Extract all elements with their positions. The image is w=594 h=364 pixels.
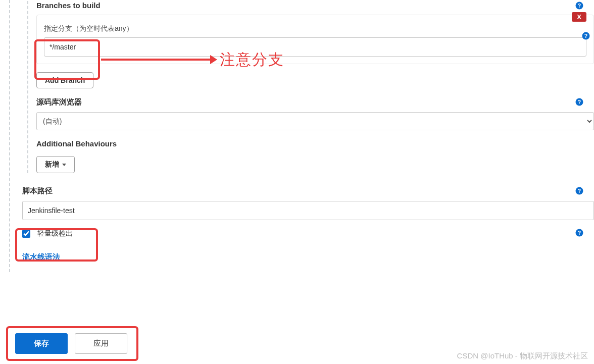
- repo-browser-select[interactable]: (自动): [36, 112, 594, 130]
- script-path-input[interactable]: [22, 201, 594, 220]
- watermark-text: CSDN @IoTHub - 物联网开源技术社区: [457, 351, 588, 361]
- branch-specifier-input[interactable]: [44, 37, 586, 57]
- branch-group-box: X ? 指定分支（为空时代表any）: [36, 15, 594, 64]
- branches-to-build-label: Branches to build: [36, 1, 594, 10]
- help-icon[interactable]: ?: [581, 31, 590, 40]
- add-branch-button[interactable]: Add Branch: [36, 72, 93, 88]
- svg-text:?: ?: [578, 99, 581, 105]
- help-icon[interactable]: ?: [575, 97, 584, 107]
- add-behaviour-button[interactable]: 新增: [36, 156, 75, 173]
- help-icon[interactable]: ?: [575, 228, 584, 237]
- branch-specifier-label: 指定分支（为空时代表any）: [44, 24, 586, 33]
- delete-branch-button[interactable]: X: [572, 12, 586, 22]
- save-button[interactable]: 保存: [15, 333, 68, 354]
- add-branch-label: Add Branch: [45, 76, 85, 84]
- script-path-label: 脚本路径: [22, 186, 594, 196]
- additional-behaviours-label: Additional Behaviours: [36, 139, 594, 148]
- repo-browser-label: 源码库浏览器: [36, 97, 594, 107]
- chevron-down-icon: [62, 164, 66, 166]
- save-apply-bar: 保存 应用: [6, 326, 138, 361]
- svg-text:?: ?: [578, 188, 581, 194]
- svg-text:?: ?: [578, 3, 581, 9]
- lightweight-checkout-checkbox[interactable]: [22, 230, 30, 238]
- pipeline-syntax-link[interactable]: 流水线语法: [22, 252, 60, 262]
- lightweight-checkout-label: 轻量级检出: [37, 229, 73, 238]
- svg-text:?: ?: [584, 33, 587, 39]
- apply-button[interactable]: 应用: [75, 333, 127, 354]
- help-icon[interactable]: ?: [575, 1, 584, 10]
- add-behaviour-label: 新增: [45, 160, 59, 169]
- help-icon[interactable]: ?: [575, 186, 584, 195]
- svg-text:?: ?: [578, 230, 581, 236]
